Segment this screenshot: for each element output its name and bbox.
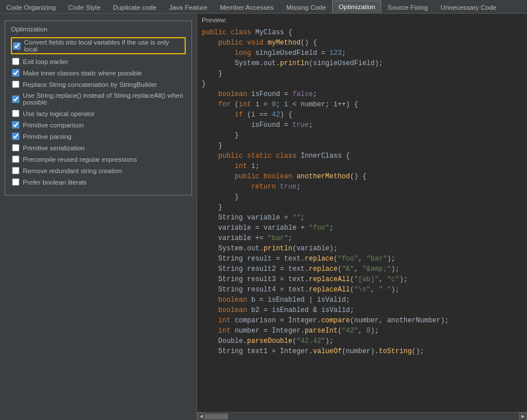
code-line: public static class InnerClass { [202,151,522,161]
code-line: String text1 = Integer.valueOf(number).t… [202,346,522,357]
checkbox-prefer-boolean[interactable]: Prefer boolean literals [11,178,186,186]
checkbox-exit-loop-input[interactable] [12,58,19,65]
right-panel: Preview: public class MyClass { public v… [197,14,527,420]
code-line: System.out.println(singleUsedField); [202,58,522,69]
checkbox-string-concat[interactable]: Replace String concatenation by StringBu… [11,80,186,89]
preview-label: Preview: [197,14,527,25]
checkbox-inner-classes[interactable]: Make inner classes static where possible [11,69,186,77]
checkbox-primitive-parsing-label: Primitive parsing [23,133,71,140]
tab-duplicate-code[interactable]: Duplicate code [107,1,163,13]
horizontal-scrollbar[interactable]: ◀ ▶ [197,412,527,420]
code-line: public boolean anotherMethod() { [202,171,522,182]
tab-java-feature[interactable]: Java Feature [163,1,214,13]
code-line: boolean b2 = isEnabled & isValid; [202,305,522,315]
checkbox-lazy-logical-input[interactable] [12,110,19,117]
checkbox-primitive-serialization-input[interactable] [12,144,19,151]
code-line: if (i == 42) { [202,110,522,120]
checkbox-primitive-parsing-input[interactable] [12,133,19,140]
code-line: } [202,202,522,213]
checkbox-string-replace[interactable]: Use String.replace() instead of String.r… [11,91,186,106]
checkbox-precompile-regex-input[interactable] [12,155,19,163]
checkbox-inner-classes-input[interactable] [12,69,19,77]
code-line: System.out.println(variable); [202,243,522,254]
left-panel: Optimization Convert fields into local v… [0,14,197,420]
checkbox-remove-redundant-label: Remove redundant string creation [23,167,122,174]
checkbox-remove-redundant[interactable]: Remove redundant string creation [11,166,186,175]
checkbox-primitive-comparison-label: Primitive comparison [23,122,84,129]
code-line: } [202,79,522,89]
code-line: } [202,192,522,202]
checkbox-prefer-boolean-input[interactable] [12,178,19,186]
code-line: for (int i = 0; i < number; i++) { [202,99,522,110]
checkbox-primitive-serialization[interactable]: Primitive serialization [11,143,186,152]
code-preview[interactable]: public class MyClass { public void myMet… [197,25,527,412]
checkbox-convert-fields-label: Convert fields into local variables if t… [24,39,183,53]
tab-code-organizing[interactable]: Code Organizing [0,1,62,13]
checkbox-remove-redundant-input[interactable] [12,167,19,174]
code-line: String result2 = text.replace("&", "&amp… [202,264,522,274]
checkbox-inner-classes-label: Make inner classes static where possible [23,70,142,77]
tab-bar: Code Organizing Code Style Duplicate cod… [0,0,527,14]
checkbox-precompile-regex[interactable]: Precompile reused regular expressions [11,155,186,163]
tab-unnecessary-code[interactable]: Unnecessary Code [434,1,503,13]
tab-source-fixing[interactable]: Source Fixing [381,1,434,13]
code-line: return true; [202,182,522,192]
code-line: String result = text.replace("foo", "bar… [202,254,522,264]
tab-missing-code[interactable]: Missing Code [280,1,333,13]
checkbox-convert-fields-input[interactable] [13,42,21,50]
code-line: int number = Integer.parseInt("42", 8); [202,326,522,336]
code-line: } [202,130,522,141]
code-line: int comparison = Integer.compare(number,… [202,315,522,326]
checkbox-exit-loop[interactable]: Exit loop earlier [11,57,186,66]
scroll-left-button[interactable]: ◀ [197,413,205,421]
main-content: Optimization Convert fields into local v… [0,14,527,420]
checkbox-primitive-comparison[interactable]: Primitive comparison [11,121,186,129]
optimization-group: Optimization Convert fields into local v… [5,21,192,195]
scroll-right-button[interactable]: ▶ [519,413,527,421]
code-line: int i; [202,161,522,171]
code-line: } [202,141,522,151]
code-line: long singleUsedField = 123; [202,48,522,58]
code-line: String result3 = text.replaceAll("[ab]",… [202,274,522,285]
code-line: String variable = ""; [202,213,522,223]
code-line: String result4 = text.replaceAll("\s", "… [202,285,522,295]
tab-code-style[interactable]: Code Style [62,1,106,13]
checkbox-lazy-logical[interactable]: Use lazy logical operator [11,109,186,118]
tab-optimization[interactable]: Optimization [332,1,381,13]
code-line: public class MyClass { [202,27,522,38]
checkbox-string-concat-label: Replace String concatenation by StringBu… [23,81,157,88]
code-line: isFound = true; [202,120,522,130]
code-line: public void myMethod() { [202,38,522,48]
code-line: variable = variable + "foo"; [202,223,522,233]
checkbox-precompile-regex-label: Precompile reused regular expressions [23,156,137,163]
scroll-thumb[interactable] [205,414,228,419]
code-line: } [202,69,522,79]
group-title: Optimization [11,26,186,33]
code-line: boolean isFound = false; [202,89,522,99]
code-line: variable += "bar"; [202,233,522,243]
checkbox-convert-fields[interactable]: Convert fields into local variables if t… [11,37,186,54]
checkbox-primitive-parsing[interactable]: Primitive parsing [11,132,186,141]
code-line: boolean b = isEnabled | isValid; [202,295,522,305]
checkbox-lazy-logical-label: Use lazy logical operator [23,110,95,117]
checkbox-exit-loop-label: Exit loop earlier [23,58,68,65]
checkbox-prefer-boolean-label: Prefer boolean literals [23,179,87,186]
checkbox-string-replace-label: Use String.replace() instead of String.r… [23,92,185,106]
checkbox-string-replace-input[interactable] [12,95,19,103]
scroll-track[interactable] [205,414,519,419]
checkbox-string-concat-input[interactable] [12,81,19,88]
checkbox-primitive-comparison-input[interactable] [12,121,19,129]
tab-member-accesses[interactable]: Member Accesses [214,1,280,13]
code-line: Double.parseDouble("42.42"); [202,336,522,346]
checkbox-primitive-serialization-label: Primitive serialization [23,145,85,151]
